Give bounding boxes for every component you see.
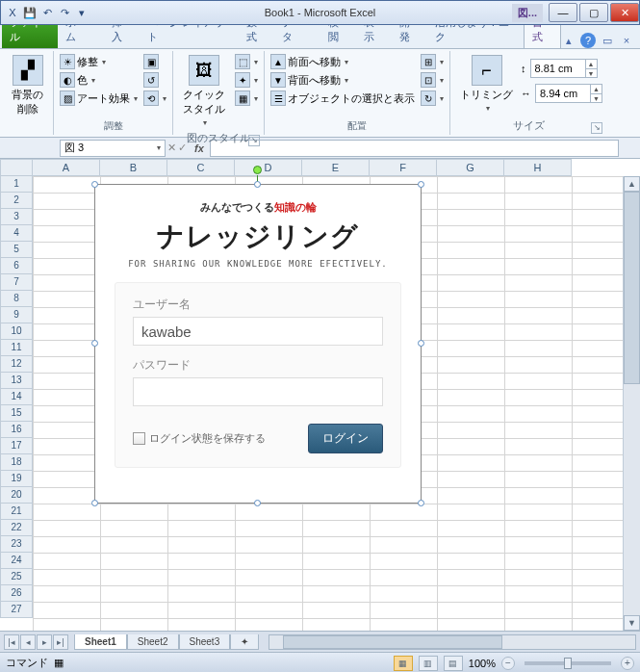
hscroll-thumb[interactable] bbox=[283, 635, 502, 649]
row-header[interactable]: 2 bbox=[0, 193, 33, 209]
sheet-tab-1[interactable]: Sheet1 bbox=[74, 634, 127, 650]
row-header[interactable]: 4 bbox=[0, 225, 33, 242]
vertical-scrollbar[interactable]: ▲ ▼ bbox=[623, 176, 640, 631]
row-header[interactable]: 8 bbox=[0, 291, 33, 307]
resize-handle[interactable] bbox=[254, 181, 261, 188]
qat-more-icon[interactable]: ▾ bbox=[74, 5, 90, 20]
col-header[interactable]: C bbox=[167, 159, 235, 176]
send-backward-button[interactable]: ▼背面へ移動▾ bbox=[269, 71, 417, 89]
new-sheet-tab[interactable]: ✦ bbox=[230, 634, 259, 650]
page-break-view-icon[interactable]: ▤ bbox=[444, 656, 463, 671]
pic-effects-button[interactable]: ✦▾ bbox=[233, 71, 260, 89]
macro-record-icon[interactable]: ▦ bbox=[54, 657, 64, 669]
scroll-down-icon[interactable]: ▼ bbox=[624, 615, 640, 631]
resize-handle[interactable] bbox=[91, 500, 98, 506]
ribbon-minimize-icon[interactable]: ▴ bbox=[561, 33, 576, 48]
normal-view-icon[interactable]: ▦ bbox=[394, 656, 413, 671]
reset-pic-button[interactable]: ⟲▾ bbox=[141, 90, 168, 107]
height-input[interactable]: 8.81 cm▲▼ bbox=[530, 59, 598, 78]
last-sheet-icon[interactable]: ▸| bbox=[53, 634, 68, 650]
row-header[interactable]: 23 bbox=[0, 536, 33, 553]
resize-handle[interactable] bbox=[254, 500, 261, 506]
row-header[interactable]: 3 bbox=[0, 209, 33, 225]
zoom-in-icon[interactable]: + bbox=[621, 657, 634, 670]
row-header[interactable]: 17 bbox=[0, 438, 33, 454]
row-header[interactable]: 26 bbox=[0, 585, 33, 602]
align-button[interactable]: ⊞▾ bbox=[419, 53, 446, 70]
row-header[interactable]: 25 bbox=[0, 569, 33, 585]
row-header[interactable]: 21 bbox=[0, 504, 33, 520]
prev-sheet-icon[interactable]: ◂ bbox=[20, 634, 36, 650]
row-header[interactable]: 27 bbox=[0, 602, 33, 618]
row-header[interactable]: 16 bbox=[0, 422, 33, 438]
color-button[interactable]: ◐色▾ bbox=[58, 71, 140, 89]
row-header[interactable]: 15 bbox=[0, 405, 33, 422]
page-layout-view-icon[interactable]: ▥ bbox=[419, 656, 438, 671]
help-icon[interactable]: ? bbox=[580, 33, 596, 48]
formula-bar[interactable] bbox=[210, 140, 619, 157]
col-header[interactable]: G bbox=[437, 159, 504, 176]
change-pic-button[interactable]: ↺ bbox=[141, 71, 168, 89]
width-input[interactable]: 8.94 cm▲▼ bbox=[535, 84, 602, 103]
rotate-handle[interactable] bbox=[253, 166, 262, 174]
close-button[interactable]: ✕ bbox=[610, 3, 639, 22]
zoom-slider[interactable] bbox=[525, 661, 611, 665]
name-box[interactable]: 図 3▾ bbox=[60, 140, 166, 157]
col-header[interactable]: D bbox=[235, 159, 302, 176]
col-header[interactable]: B bbox=[100, 159, 167, 176]
row-header[interactable]: 5 bbox=[0, 242, 33, 258]
resize-handle[interactable] bbox=[418, 500, 424, 506]
redo-icon[interactable]: ↷ bbox=[57, 5, 72, 20]
pic-layout-button[interactable]: ▦▾ bbox=[233, 90, 260, 107]
sheet-tab-3[interactable]: Sheet3 bbox=[179, 634, 231, 650]
col-header[interactable]: A bbox=[33, 159, 100, 176]
resize-handle[interactable] bbox=[418, 181, 424, 188]
width-down[interactable]: ▼ bbox=[590, 94, 602, 103]
resize-handle[interactable] bbox=[91, 181, 98, 188]
resize-handle[interactable] bbox=[91, 340, 98, 347]
height-down[interactable]: ▼ bbox=[585, 69, 597, 78]
compress-button[interactable]: ▣ bbox=[141, 53, 168, 70]
row-header[interactable]: 20 bbox=[0, 487, 33, 504]
vscroll-thumb[interactable] bbox=[624, 192, 640, 384]
col-header[interactable]: H bbox=[504, 159, 572, 176]
quick-styles-button[interactable]: 🖼 クイック スタイル▾ bbox=[177, 53, 231, 129]
row-header[interactable]: 1 bbox=[0, 176, 33, 193]
row-header[interactable]: 9 bbox=[0, 307, 33, 323]
row-header[interactable]: 6 bbox=[0, 258, 33, 274]
resize-handle[interactable] bbox=[418, 340, 424, 347]
select-all-corner[interactable] bbox=[0, 159, 33, 176]
pic-border-button[interactable]: ⬚▾ bbox=[233, 53, 260, 70]
save-icon[interactable]: 💾 bbox=[22, 5, 38, 20]
workbook-close-icon[interactable]: × bbox=[619, 33, 634, 48]
col-header[interactable]: F bbox=[370, 159, 437, 176]
row-header[interactable]: 13 bbox=[0, 373, 33, 389]
art-effects-button[interactable]: ▨アート効果▾ bbox=[58, 90, 140, 107]
styles-launcher[interactable]: ↘ bbox=[248, 135, 260, 146]
group-button[interactable]: ⊡▾ bbox=[419, 71, 446, 89]
horizontal-scrollbar[interactable] bbox=[269, 634, 636, 650]
zoom-thumb[interactable] bbox=[564, 658, 572, 669]
row-header[interactable]: 22 bbox=[0, 520, 33, 536]
row-header[interactable]: 10 bbox=[0, 323, 33, 340]
bring-forward-button[interactable]: ▲前面へ移動▾ bbox=[269, 53, 417, 70]
col-header[interactable]: E bbox=[302, 159, 370, 176]
minimize-button[interactable]: — bbox=[549, 3, 577, 22]
scroll-up-icon[interactable]: ▲ bbox=[624, 176, 640, 192]
row-header[interactable]: 7 bbox=[0, 274, 33, 291]
zoom-out-icon[interactable]: − bbox=[501, 657, 515, 670]
rotate-button[interactable]: ↻▾ bbox=[419, 90, 446, 107]
sheet-tab-2[interactable]: Sheet2 bbox=[127, 634, 179, 650]
corrections-button[interactable]: ☀修整▾ bbox=[58, 53, 140, 70]
worksheet[interactable]: A B C D E F G H 123456789101112131415161… bbox=[0, 159, 640, 631]
workbook-restore-icon[interactable]: ▭ bbox=[600, 33, 615, 48]
row-header[interactable]: 12 bbox=[0, 356, 33, 373]
crop-button[interactable]: ⌐ トリミング▾ bbox=[454, 53, 519, 115]
maximize-button[interactable]: ▢ bbox=[579, 3, 608, 22]
selection-pane-button[interactable]: ☰オブジェクトの選択と表示 bbox=[269, 90, 417, 107]
undo-icon[interactable]: ↶ bbox=[39, 5, 55, 20]
next-sheet-icon[interactable]: ▸ bbox=[37, 634, 52, 650]
size-launcher[interactable]: ↘ bbox=[591, 122, 602, 134]
first-sheet-icon[interactable]: |◂ bbox=[4, 634, 19, 650]
excel-icon[interactable]: X bbox=[5, 5, 20, 20]
